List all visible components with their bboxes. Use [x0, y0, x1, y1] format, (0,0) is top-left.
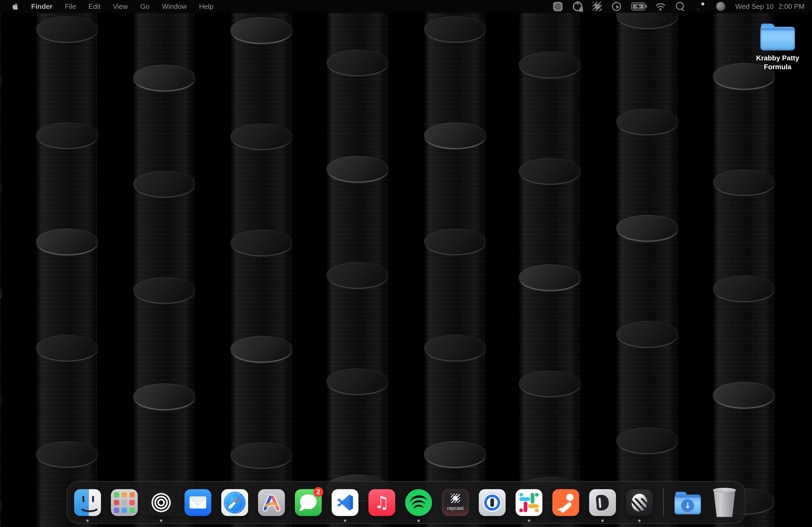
cylinder-joint	[616, 215, 679, 241]
menu-help[interactable]: Help	[199, 2, 213, 11]
now-playing-icon[interactable]	[612, 2, 621, 11]
cylinder-joint	[230, 17, 293, 43]
folder-label: Krabby Patty Formula	[743, 54, 812, 71]
raycast-menu-icon[interactable]	[593, 2, 602, 11]
wallpaper-column	[327, 13, 389, 527]
cylinder-joint	[519, 52, 581, 77]
menu-view[interactable]: View	[113, 2, 128, 11]
running-indicator	[601, 520, 604, 522]
concentric-rings-icon	[148, 489, 175, 516]
cylinder-joint	[0, 174, 2, 200]
arc-browser-icon	[258, 489, 285, 516]
dock-finder[interactable]	[74, 482, 101, 523]
dock-linear[interactable]	[626, 482, 653, 523]
dock-mail[interactable]	[185, 482, 211, 523]
wallpaper-column	[519, 13, 581, 527]
spotlight-search-icon[interactable]	[676, 2, 685, 11]
dock-spotify[interactable]	[405, 482, 432, 523]
apple-music-icon: ♫	[368, 489, 395, 516]
cylinder-joint	[133, 171, 195, 197]
cylinder-joint	[36, 16, 98, 42]
cylinder-joint	[230, 442, 293, 468]
cylinder-joint	[133, 383, 195, 409]
dock-slack[interactable]	[516, 482, 542, 523]
apple-menu[interactable]	[12, 2, 19, 11]
downloads-folder-icon: ↓	[674, 489, 701, 516]
cylinder-joint	[36, 229, 98, 254]
dock-safari[interactable]	[221, 482, 248, 523]
keyhole-icon	[490, 498, 494, 507]
dock-apple-music[interactable]: ♫	[368, 482, 395, 523]
cylinder-joint	[133, 65, 195, 90]
dock-concentric-rings-app[interactable]	[148, 482, 175, 523]
mail-icon	[185, 489, 211, 516]
running-indicator	[344, 520, 346, 522]
running-indicator	[638, 520, 641, 522]
1password-icon	[479, 489, 506, 516]
desktop-wallpaper	[0, 0, 812, 527]
raycast-label: raycast	[447, 505, 463, 511]
cylinder-joint	[713, 169, 775, 195]
dock-vscode[interactable]	[332, 482, 359, 523]
running-indicator	[528, 520, 530, 522]
cylinder-joint	[424, 16, 486, 42]
control-center-icon[interactable]	[695, 1, 706, 12]
wallpaper-column	[133, 13, 195, 527]
dock-postman[interactable]	[552, 482, 579, 523]
cylinder-joint	[36, 335, 98, 361]
dock-messages[interactable]: 2	[295, 482, 322, 523]
cylinder-joint	[230, 230, 293, 255]
time-text: 2:00 PM	[779, 2, 804, 11]
down-arrow-glyph: ↓	[684, 501, 691, 510]
desktop-folder-krabby-patty-formula[interactable]: Krabby Patty Formula	[743, 24, 812, 71]
power-lock-icon[interactable]	[573, 2, 582, 11]
menu-bar-left: Finder File Edit View Go Window Help	[0, 2, 214, 11]
battery-charging-icon[interactable]	[631, 2, 645, 11]
cylinder-joint	[133, 277, 195, 303]
dock: 2 ♫ raycast	[67, 481, 745, 524]
siri-globe-icon[interactable]	[716, 2, 725, 11]
cylinder-joint	[0, 280, 2, 306]
cylinder-joint	[713, 275, 775, 301]
menu-window[interactable]: Window	[162, 2, 187, 11]
wallpaper-column	[424, 13, 486, 527]
wifi-icon[interactable]	[655, 2, 666, 11]
active-app-name[interactable]: Finder	[31, 2, 52, 11]
raycast-logo-icon	[451, 494, 460, 503]
dock-downloads-folder[interactable]: ↓	[674, 482, 701, 523]
cylinder-joint	[616, 427, 679, 453]
spotify-icon	[405, 489, 432, 516]
dock-launchpad[interactable]	[111, 482, 138, 523]
cylinder-joint	[0, 67, 2, 93]
dock-1password[interactable]	[479, 482, 506, 523]
cylinder-joint	[327, 368, 389, 394]
menu-edit[interactable]: Edit	[88, 2, 100, 11]
running-indicator	[418, 520, 420, 522]
cylinder-joint	[519, 371, 581, 396]
cylinder-joint	[424, 122, 486, 148]
starburst-app-icon[interactable]	[553, 2, 563, 11]
cylinder-joint	[616, 321, 679, 347]
dock-raycast[interactable]: raycast	[442, 482, 469, 523]
apple-logo-icon	[12, 2, 19, 11]
cylinder-joint	[327, 156, 389, 182]
running-indicator	[160, 520, 162, 522]
cylinder-joint	[519, 158, 581, 184]
slack-icon	[516, 489, 542, 516]
wallpaper-column	[36, 13, 98, 527]
dock-dia-browser[interactable]	[589, 482, 616, 523]
wallpaper-column	[230, 13, 293, 527]
launchpad-icon	[111, 489, 138, 516]
finder-icon	[74, 489, 101, 516]
menu-bar: Finder File Edit View Go Window Help Wed…	[0, 0, 812, 13]
dock-arc-browser[interactable]	[258, 482, 285, 523]
cylinder-joint	[36, 122, 98, 148]
cylinder-joint	[230, 336, 293, 362]
date-text: Wed Sep 10	[736, 2, 774, 11]
menu-file[interactable]: File	[65, 2, 76, 11]
postman-icon	[552, 489, 579, 516]
menu-bar-clock[interactable]: Wed Sep 10 2:00 PM	[736, 2, 804, 11]
menu-go[interactable]: Go	[140, 2, 149, 11]
dock-trash[interactable]	[711, 482, 738, 523]
cylinder-joint	[230, 123, 293, 149]
